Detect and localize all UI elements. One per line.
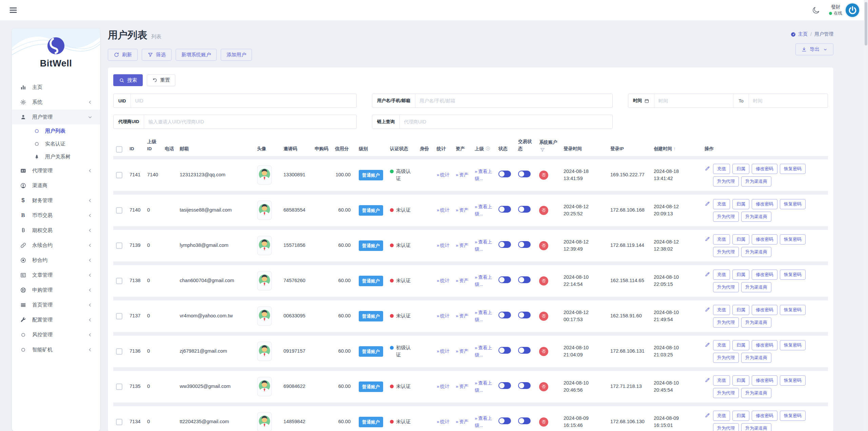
action-promote-channel-button[interactable]: 升为渠道商 (741, 282, 771, 292)
hamburger-menu-icon[interactable] (9, 6, 18, 15)
column-header-16[interactable]: 系统账户 (536, 137, 561, 158)
add-system-account-button[interactable]: 新增系统账户 (176, 49, 217, 61)
status-toggle[interactable] (498, 171, 511, 177)
action-recharge-button[interactable]: 充值 (713, 305, 730, 315)
action-recharge-button[interactable]: 充值 (713, 270, 730, 280)
sidebar-item-12[interactable]: 首页管理 (12, 297, 100, 312)
action-change-password-button[interactable]: 修改密码 (752, 340, 777, 350)
assets-link[interactable]: »资产 (456, 278, 469, 283)
sidebar-item-13[interactable]: 配置管理 (12, 312, 100, 327)
row-checkbox[interactable] (116, 278, 122, 284)
breadcrumb-current[interactable]: 用户管理 (814, 31, 833, 37)
sidebar-item-1[interactable]: 系统 (12, 95, 100, 110)
edit-pencil-icon[interactable] (705, 271, 710, 277)
funnel-icon[interactable] (540, 147, 558, 153)
scrollbar-thumb[interactable] (865, 2, 867, 45)
action-change-password-button[interactable]: 修改密码 (752, 375, 777, 386)
edit-pencil-icon[interactable] (705, 236, 710, 242)
action-promote-agent-button[interactable]: 升为代理 (713, 388, 739, 398)
row-checkbox[interactable] (116, 207, 122, 214)
trade-status-toggle[interactable] (518, 276, 531, 283)
stats-link[interactable]: »统计 (437, 419, 450, 424)
sidebar-subitem-2-1[interactable]: 实名认证 (12, 137, 100, 150)
action-promote-agent-button[interactable]: 升为代理 (713, 353, 739, 363)
filter-button[interactable]: 筛选 (142, 49, 172, 61)
row-checkbox[interactable] (116, 242, 122, 249)
sidebar-item-3[interactable]: 代理管理 (12, 163, 100, 178)
status-toggle[interactable] (498, 206, 511, 213)
sidebar-item-5[interactable]: $财务管理 (12, 193, 100, 208)
sidebar-item-8[interactable]: 永续合约 (12, 238, 100, 253)
action-attribution-button[interactable]: 归属 (732, 199, 749, 209)
reset-button[interactable]: 重置 (147, 74, 175, 86)
action-promote-agent-button[interactable]: 升为代理 (713, 176, 739, 187)
action-promote-channel-button[interactable]: 升为渠道商 (741, 423, 771, 431)
edit-pencil-icon[interactable] (705, 377, 710, 383)
action-promote-agent-button[interactable]: 升为代理 (713, 212, 739, 222)
view-parent-link[interactable]: »查看上级... (475, 416, 492, 428)
select-all-checkbox[interactable] (116, 146, 122, 153)
action-change-password-button[interactable]: 修改密码 (752, 270, 777, 280)
row-checkbox[interactable] (116, 348, 122, 355)
trade-status-toggle[interactable] (518, 382, 531, 389)
assets-link[interactable]: »资产 (456, 384, 469, 389)
sidebar-item-7[interactable]: 期权交易 (12, 223, 100, 238)
status-toggle[interactable] (498, 276, 511, 283)
breadcrumb-home[interactable]: 主页 (790, 31, 808, 37)
stats-link[interactable]: »统计 (437, 384, 450, 389)
sidebar-item-15[interactable]: 智能矿机 (12, 342, 100, 357)
row-checkbox[interactable] (116, 172, 122, 178)
sidebar-subitem-2-2[interactable]: 用户关系树 (12, 150, 100, 163)
sidebar-item-10[interactable]: 文章管理 (12, 268, 100, 282)
status-toggle[interactable] (498, 241, 511, 248)
action-restore-password-button[interactable]: 恢复密码 (780, 340, 806, 350)
action-change-password-button[interactable]: 修改密码 (752, 411, 777, 421)
edit-pencil-icon[interactable] (705, 201, 710, 207)
refresh-button[interactable]: 刷新 (108, 49, 138, 61)
action-promote-channel-button[interactable]: 升为渠道商 (741, 212, 771, 222)
sidebar-item-4[interactable]: 渠道商 (12, 178, 100, 193)
action-recharge-button[interactable]: 充值 (713, 340, 730, 350)
action-attribution-button[interactable]: 归属 (732, 375, 749, 386)
time-from-input[interactable] (654, 94, 733, 107)
action-promote-agent-button[interactable]: 升为代理 (713, 247, 739, 257)
action-restore-password-button[interactable]: 恢复密码 (780, 199, 806, 209)
view-parent-link[interactable]: »查看上级... (475, 169, 492, 181)
action-attribution-button[interactable]: 归属 (732, 305, 749, 315)
action-change-password-button[interactable]: 修改密码 (752, 234, 777, 244)
action-restore-password-button[interactable]: 恢复密码 (780, 234, 806, 244)
action-change-password-button[interactable]: 修改密码 (752, 164, 777, 174)
status-toggle[interactable] (498, 417, 511, 424)
assets-link[interactable]: »资产 (456, 208, 469, 213)
scrollbar-track[interactable] (864, 0, 868, 431)
trade-status-toggle[interactable] (518, 312, 531, 318)
action-restore-password-button[interactable]: 恢复密码 (780, 411, 806, 421)
action-recharge-button[interactable]: 充值 (713, 375, 730, 386)
assets-link[interactable]: »资产 (456, 349, 469, 354)
user-menu[interactable]: 發財 在线 (829, 3, 859, 17)
action-attribution-button[interactable]: 归属 (732, 234, 749, 244)
row-checkbox[interactable] (116, 384, 122, 390)
action-attribution-button[interactable]: 归属 (732, 270, 749, 280)
action-attribution-button[interactable]: 归属 (732, 340, 749, 350)
sort-ascending-icon[interactable]: ↑ (673, 146, 676, 151)
sidebar-item-14[interactable]: 风控管理 (12, 327, 100, 342)
search-button[interactable]: 搜索 (113, 74, 143, 86)
stats-link[interactable]: »统计 (437, 243, 450, 248)
assets-link[interactable]: »资产 (456, 172, 469, 177)
stats-link[interactable]: »统计 (437, 172, 450, 177)
status-toggle[interactable] (498, 347, 511, 354)
sidebar-subitem-2-0[interactable]: 用户列表 (12, 124, 100, 137)
avatar[interactable] (846, 3, 859, 17)
view-parent-link[interactable]: »查看上级... (475, 239, 492, 252)
view-parent-link[interactable]: »查看上级... (475, 345, 492, 358)
action-promote-agent-button[interactable]: 升为代理 (713, 282, 739, 292)
status-toggle[interactable] (498, 382, 511, 389)
action-promote-channel-button[interactable]: 升为渠道商 (741, 176, 771, 187)
chain-query-input[interactable] (400, 115, 612, 129)
action-restore-password-button[interactable]: 恢复密码 (780, 375, 806, 386)
uid-input[interactable] (131, 94, 356, 107)
view-parent-link[interactable]: »查看上级... (475, 310, 492, 322)
export-button[interactable]: 导出 (795, 43, 833, 55)
sidebar-item-0[interactable]: 主页 (12, 80, 100, 95)
